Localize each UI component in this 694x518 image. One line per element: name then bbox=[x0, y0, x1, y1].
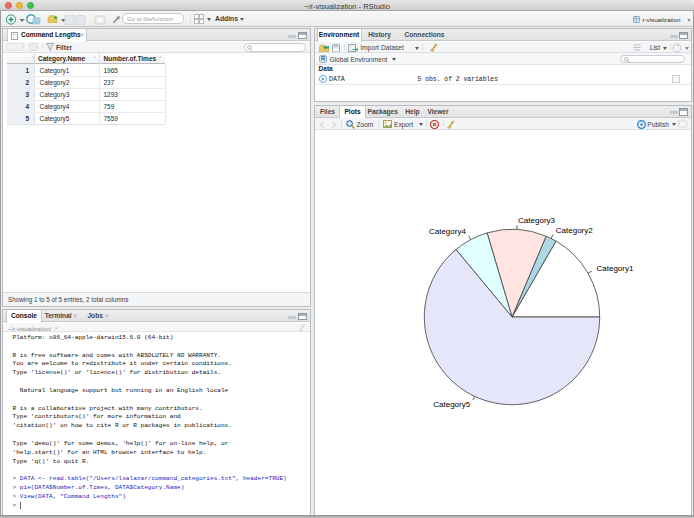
svg-text:R: R bbox=[320, 55, 325, 62]
